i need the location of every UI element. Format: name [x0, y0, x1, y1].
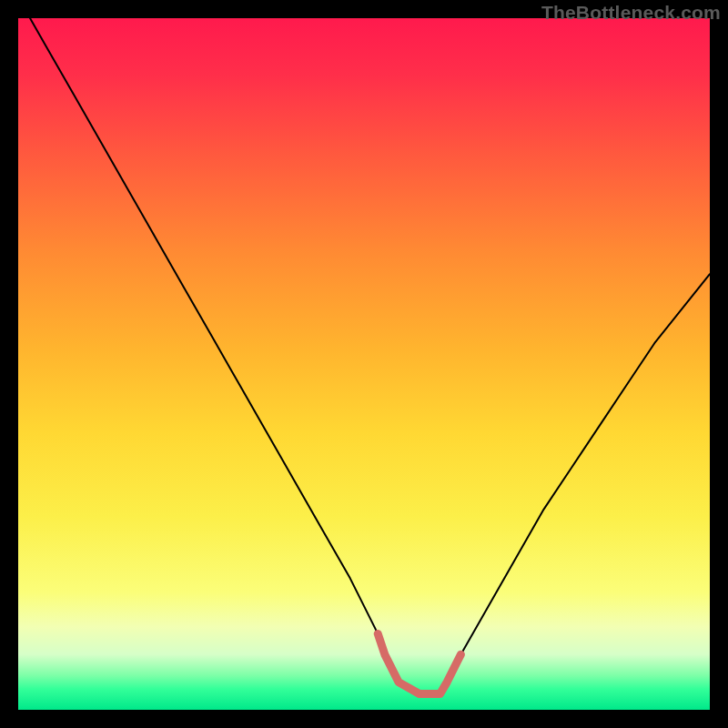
watermark-text: TheBottleneck.com [541, 2, 721, 24]
bottleneck-curve [18, 18, 710, 694]
curve-svg [18, 18, 710, 710]
accent-segment [378, 633, 460, 693]
plot-area [18, 18, 710, 710]
chart-frame: TheBottleneck.com [0, 0, 728, 728]
